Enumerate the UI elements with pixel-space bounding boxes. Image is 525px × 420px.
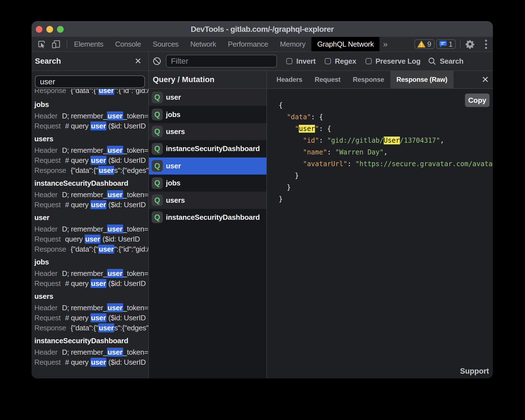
query-list-item[interactable]: Quser	[149, 89, 266, 106]
query-type-badge: Q	[152, 143, 163, 155]
search-match-highlight: user	[107, 146, 123, 155]
toolbar-separator	[67, 40, 67, 49]
clear-icon[interactable]	[153, 57, 161, 65]
query-list-item[interactable]: Qjobs	[149, 175, 266, 192]
response-tab-response-raw[interactable]: Response (Raw)	[390, 71, 454, 88]
support-link[interactable]: Support	[460, 367, 489, 376]
response-body: { "data": { "user": { "id": "gid://gitla…	[267, 89, 493, 378]
search-match-highlight: user	[98, 166, 114, 175]
search-result-row[interactable]: Request# query user ($id: UserID	[34, 357, 148, 367]
search-result-row[interactable]: Request# query user ($id: UserID	[34, 200, 148, 210]
search-result-row[interactable]: HeaderD; remember_user_token=eyJf	[34, 145, 148, 155]
search-result-row[interactable]: Request# query user ($id: UserID	[34, 313, 148, 323]
close-response-pane-icon[interactable]: ✕	[481, 71, 489, 88]
search-panel-title: Search	[35, 57, 135, 66]
query-list-item[interactable]: Qusers	[149, 192, 266, 209]
query-list-header: Query / Mutation	[149, 71, 266, 89]
search-result-row[interactable]: Response{"data":{"users":{"edges":[{"	[34, 323, 148, 333]
panel-tab-elements[interactable]: Elements	[68, 37, 109, 51]
kebab-menu-icon[interactable]	[485, 40, 487, 49]
search-match-highlight: user	[90, 313, 106, 322]
query-list-item[interactable]: QinstanceSecurityDashboard	[149, 140, 266, 157]
search-result-group: usersHeaderD; remember_user_token=eyJfRe…	[34, 291, 148, 333]
search-result-group-title[interactable]: users	[34, 291, 148, 301]
filter-checkbox-preserve-log[interactable]: Preserve Log	[366, 57, 421, 66]
panel-tab-memory[interactable]: Memory	[274, 37, 311, 51]
search-match-highlight: User	[384, 137, 400, 144]
network-filter-bar: InvertRegexPreserve Log Search	[149, 52, 493, 71]
search-result-row[interactable]: HeaderD; remember_user_token=eyJf	[34, 224, 148, 234]
zoom-window-button[interactable]	[57, 26, 64, 33]
issues-badge[interactable]: 1	[436, 39, 456, 49]
filter-input[interactable]	[166, 55, 277, 68]
panel-tab-console[interactable]: Console	[109, 37, 147, 51]
search-result-group: instanceSecurityDashboardHeaderD; rememb…	[34, 178, 148, 210]
query-list-item[interactable]: Qjobs	[149, 106, 266, 123]
search-result-row[interactable]: Request# query user ($id: UserID	[34, 278, 148, 288]
copy-button[interactable]: Copy	[465, 94, 490, 107]
search-result-label: Response	[34, 245, 66, 253]
checkbox-icon[interactable]	[325, 58, 331, 64]
search-input[interactable]	[35, 75, 145, 88]
toolbar-right-group: 9 1	[413, 39, 493, 49]
query-list-item[interactable]: QinstanceSecurityDashboard	[149, 209, 266, 226]
search-result-row[interactable]: Request# query user ($id: UserID	[34, 155, 148, 165]
query-list-item[interactable]: Qusers	[149, 123, 266, 140]
checkbox-icon[interactable]	[366, 58, 372, 64]
search-result-group-title[interactable]: instanceSecurityDashboard	[34, 178, 148, 188]
more-tabs-icon[interactable]: »	[380, 39, 391, 49]
query-name: jobs	[166, 179, 180, 187]
search-result-row[interactable]: Response{"data":{"user":{"id":"gid://git…	[34, 89, 148, 97]
checkbox-label: Invert	[296, 57, 316, 66]
search-result-group-title[interactable]: user	[34, 213, 148, 223]
search-result-row[interactable]: HeaderD; remember_user_token=eyJf	[34, 347, 148, 357]
search-result-row[interactable]: HeaderD; remember_user_token=eyJf	[34, 268, 148, 278]
search-result-label: Request	[34, 279, 61, 288]
filter-checkbox-regex[interactable]: Regex	[325, 57, 356, 66]
search-result-row[interactable]: Request# query user ($id: UserID	[34, 121, 148, 131]
panel-tab-network[interactable]: Network	[184, 37, 222, 51]
search-toggle-label[interactable]: Search	[440, 57, 464, 66]
search-result-label: Response	[34, 324, 66, 332]
close-search-panel-icon[interactable]: ✕	[135, 57, 142, 65]
search-toolbar	[32, 71, 148, 89]
filter-checkbox-invert[interactable]: Invert	[286, 57, 316, 66]
search-result-label: Request	[34, 314, 61, 322]
search-result-row[interactable]: HeaderD; remember_user_token=eyJf	[34, 190, 148, 200]
warnings-badge[interactable]: 9	[414, 39, 434, 49]
query-type-badge: Q	[152, 160, 163, 172]
toolbar-separator	[460, 40, 460, 49]
json-line: "name": "Warren Day",	[279, 146, 493, 158]
gear-icon[interactable]	[465, 39, 475, 49]
search-result-row[interactable]: Response{"data":{"users":{"edges":[{"	[34, 165, 148, 175]
search-result-row[interactable]: Requestquery user ($id: UserID	[34, 234, 148, 244]
search-icon[interactable]	[428, 57, 436, 65]
search-result-group-title[interactable]: instanceSecurityDashboard	[34, 336, 148, 346]
search-match-highlight: user	[107, 190, 123, 199]
search-match-highlight: user	[85, 235, 101, 244]
search-result-group-title[interactable]: jobs	[34, 99, 148, 109]
close-window-button[interactable]	[36, 26, 42, 33]
titlebar[interactable]: DevTools - gitlab.com/-/graphql-explorer	[32, 21, 493, 37]
search-match-highlight: user	[107, 225, 123, 233]
query-type-badge: Q	[152, 109, 163, 120]
response-tab-headers[interactable]: Headers	[270, 71, 309, 88]
device-toolbar-icon[interactable]	[52, 40, 60, 49]
panel-tab-graphql-network[interactable]: GraphQL Network	[311, 37, 380, 51]
inspect-element-icon[interactable]	[37, 40, 46, 49]
response-tab-response[interactable]: Response	[347, 71, 390, 88]
search-result-row[interactable]: HeaderD; remember_user_token=eyJf	[34, 111, 148, 121]
query-list-item-selected[interactable]: Quser	[149, 157, 266, 175]
json-line: "id": "gid://gitlab/User/13704317",	[279, 135, 493, 146]
search-result-group-title[interactable]: users	[34, 134, 148, 144]
search-result-group-title[interactable]: jobs	[34, 257, 148, 267]
traffic-lights	[36, 22, 64, 37]
search-result-row[interactable]: HeaderD; remember_user_token=eyJf	[34, 303, 148, 313]
panel-tab-sources[interactable]: Sources	[147, 37, 185, 51]
response-tab-request[interactable]: Request	[309, 71, 347, 88]
checkbox-icon[interactable]	[286, 58, 292, 64]
search-result-label: Header	[34, 269, 58, 278]
search-result-row[interactable]: Response{"data":{"user":{"id":"gid://git…	[34, 244, 148, 254]
minimize-window-button[interactable]	[46, 26, 53, 33]
panel-tab-performance[interactable]: Performance	[222, 37, 274, 51]
